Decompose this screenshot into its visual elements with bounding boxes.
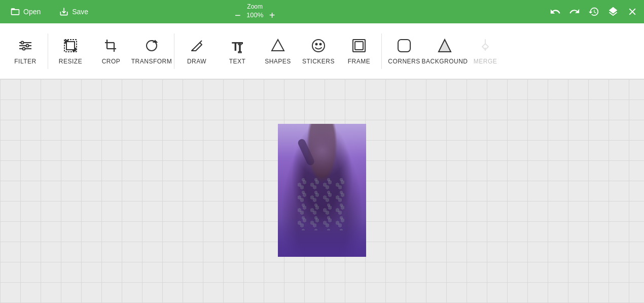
- tool-frame[interactable]: FRAME: [339, 23, 379, 79]
- tool-stickers[interactable]: STICKERS: [298, 23, 339, 79]
- tool-resize[interactable]: RESIZE: [50, 23, 91, 79]
- background-label: BACKGROUND: [422, 58, 468, 65]
- merge-label: MERGE: [474, 58, 497, 65]
- svg-point-21: [316, 43, 317, 45]
- stickers-icon: [310, 38, 327, 54]
- tool-draw[interactable]: DRAW: [176, 23, 217, 79]
- svg-point-5: [23, 47, 25, 50]
- transform-label: TRANSFORM: [131, 58, 172, 65]
- svg-text:T: T: [232, 40, 239, 53]
- crop-label: CROP: [102, 58, 121, 65]
- tool-corners[interactable]: CORNERS: [384, 23, 424, 79]
- history-button[interactable]: [588, 6, 599, 17]
- canvas-image[interactable]: [278, 124, 366, 257]
- zoom-title: Zoom: [247, 3, 263, 10]
- crop-icon: [103, 38, 119, 54]
- corners-label: CORNERS: [388, 58, 420, 65]
- stickers-label: STICKERS: [302, 58, 335, 65]
- tool-transform[interactable]: TRANSFORM: [131, 23, 172, 79]
- svg-point-20: [312, 40, 325, 52]
- merge-icon: [477, 38, 493, 54]
- text-label: TEXT: [229, 58, 246, 65]
- resize-icon: [62, 38, 79, 54]
- open-button[interactable]: Open: [6, 5, 45, 19]
- divider-1: [48, 33, 48, 69]
- tool-crop[interactable]: CROP: [91, 23, 131, 79]
- undo-button[interactable]: [550, 6, 561, 17]
- svg-point-22: [320, 43, 321, 45]
- frame-label: FRAME: [348, 58, 371, 65]
- draw-label: DRAW: [187, 58, 206, 65]
- frame-icon: [351, 38, 367, 54]
- svg-marker-19: [272, 40, 284, 51]
- save-button[interactable]: Save: [55, 5, 92, 19]
- topbar-right: [550, 6, 638, 17]
- topbar: Open Save Zoom − 100% +: [0, 0, 644, 23]
- filter-icon: [17, 38, 33, 54]
- zoom-value: 100%: [245, 11, 265, 19]
- zoom-group: Zoom − 100% +: [235, 3, 275, 20]
- tool-shapes[interactable]: SHAPES: [258, 23, 298, 79]
- shapes-label: SHAPES: [265, 58, 291, 65]
- svg-line-17: [200, 41, 202, 43]
- open-label: Open: [23, 8, 41, 16]
- toolbar: FILTER RESIZE CROP TRANSFORM: [0, 23, 644, 79]
- tool-filter[interactable]: FILTER: [5, 23, 46, 79]
- resize-label: RESIZE: [59, 58, 82, 65]
- background-icon: [437, 38, 453, 54]
- zoom-plus-button[interactable]: +: [269, 10, 275, 20]
- tool-merge[interactable]: MERGE: [465, 23, 506, 79]
- svg-point-3: [21, 41, 24, 44]
- close-button[interactable]: [627, 6, 638, 17]
- redo-button[interactable]: [569, 6, 580, 17]
- draw-icon: [189, 38, 205, 54]
- canvas-area[interactable]: [0, 79, 644, 303]
- tool-text[interactable]: T TEXT: [217, 23, 258, 79]
- shapes-icon: [270, 38, 286, 54]
- corners-icon: [396, 38, 412, 54]
- svg-marker-27: [439, 40, 451, 52]
- svg-rect-25: [398, 40, 410, 52]
- divider-3: [381, 33, 382, 69]
- transform-icon: [144, 38, 160, 54]
- tool-background[interactable]: BACKGROUND: [424, 23, 465, 79]
- svg-rect-24: [355, 42, 363, 50]
- save-label: Save: [72, 8, 88, 16]
- layers-button[interactable]: [607, 6, 619, 17]
- svg-point-4: [26, 44, 29, 47]
- zoom-minus-button[interactable]: −: [235, 10, 241, 20]
- svg-rect-7: [66, 42, 75, 50]
- divider-2: [174, 33, 174, 69]
- text-icon: T: [229, 38, 245, 54]
- filter-label: FILTER: [14, 58, 36, 65]
